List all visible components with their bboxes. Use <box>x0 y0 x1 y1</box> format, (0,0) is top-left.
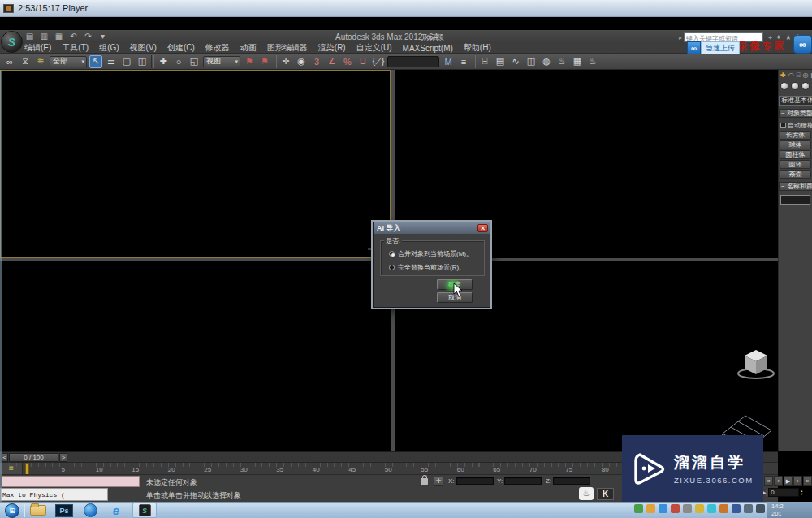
select-and-rotate-icon[interactable]: ○ <box>172 55 185 68</box>
tray-icon[interactable] <box>646 504 655 513</box>
snaps-use-center-icon[interactable]: ◉ <box>295 55 308 68</box>
menu-item[interactable]: 修改器 <box>205 42 230 54</box>
menu-item[interactable]: 编辑(E) <box>24 42 51 54</box>
object-name-field[interactable] <box>780 195 810 205</box>
toolbar-separator[interactable] <box>151 55 154 68</box>
time-slider-handle[interactable]: 0 / 100 <box>9 453 58 462</box>
time-slider-prev-arrow[interactable]: < <box>1 453 8 462</box>
bind-to-space-warp-icon[interactable]: ≋ <box>34 55 47 68</box>
tray-icon[interactable] <box>719 504 728 513</box>
menu-item[interactable]: MAXScript(M) <box>403 44 453 53</box>
menu-item[interactable]: 图形编辑器 <box>267 42 308 54</box>
quick-access-dropdown-icon[interactable]: ▾ <box>97 32 108 41</box>
viewport-top-left[interactable] <box>0 70 391 258</box>
save-file-icon[interactable]: ▦ <box>54 32 64 41</box>
name-color-rollout[interactable]: − 名称和颜色 <box>779 182 812 191</box>
tray-icon[interactable] <box>707 504 716 513</box>
tray-volume-icon[interactable] <box>756 504 765 513</box>
next-frame-button[interactable]: › <box>793 476 802 486</box>
schematic-view-icon[interactable]: ◫ <box>525 55 538 68</box>
dialog-close-button[interactable]: ✕ <box>477 224 488 232</box>
snaps-toggle-3d-icon[interactable]: 3 <box>310 55 323 68</box>
named-selection-sets-dropdown[interactable] <box>387 56 439 67</box>
primitive-button[interactable]: 球体 <box>780 140 811 149</box>
y-coordinate[interactable]: Y: <box>497 477 542 485</box>
player-titlebar[interactable]: 2:53/15:17 Player <box>0 0 812 17</box>
dialog-title[interactable]: AI 导入 <box>374 222 490 234</box>
taskbar-browser-button[interactable] <box>80 503 100 517</box>
window-crossing-toggle-icon[interactable]: ◫ <box>136 55 149 68</box>
selection-filter-dropdown[interactable]: 全部 <box>50 56 87 67</box>
render-setup-icon[interactable]: ♨ <box>555 55 568 68</box>
viewport-bottom-left[interactable] <box>0 261 391 451</box>
material-editor-icon[interactable]: ◍ <box>540 55 553 68</box>
menu-item[interactable]: 动画 <box>240 42 257 54</box>
open-file-icon[interactable]: ▥ <box>39 32 50 41</box>
radio-merge-objects[interactable]: 合并对象到当前场景(M)。 <box>389 249 473 258</box>
select-and-link-icon[interactable]: ∞ <box>3 55 16 68</box>
redo-icon[interactable]: ↷ <box>83 32 93 41</box>
search-flyout-icon[interactable]: ▸ <box>679 34 682 41</box>
select-and-scale-icon[interactable]: ◱ <box>188 55 201 68</box>
x-coordinate[interactable]: X: <box>448 477 494 485</box>
selection-lock-icon[interactable] <box>421 478 428 485</box>
spinner-arrows-icon[interactable]: ▲▼ <box>800 490 803 496</box>
viewcube[interactable] <box>736 343 778 382</box>
tray-icon[interactable] <box>634 504 643 513</box>
start-button[interactable]: ⊞ <box>5 503 19 518</box>
primitive-button[interactable]: 长方体 <box>780 131 811 140</box>
radio-replace-scene[interactable]: 完全替换当前场景(R)。 <box>389 263 465 272</box>
go-to-end-button[interactable]: » <box>803 476 812 486</box>
align-icon[interactable]: ≡ <box>457 55 470 68</box>
render-production-icon[interactable]: ♨ <box>586 55 599 68</box>
lights-category-icon[interactable] <box>801 82 810 90</box>
modify-tab-icon[interactable]: ◠ <box>788 71 794 80</box>
macro-recorder-field[interactable] <box>2 476 140 487</box>
menu-item[interactable]: 组(G) <box>99 42 119 54</box>
graphite-ribbon-icon[interactable]: ▤ <box>494 55 507 68</box>
current-frame-spinner[interactable]: ▶| 0 ▲▼ <box>762 488 803 497</box>
hierarchy-tab-icon[interactable]: ⌸ <box>797 71 801 80</box>
toolbar-separator[interactable] <box>473 55 476 68</box>
tray-icon[interactable] <box>695 504 704 513</box>
spinner-snap-toggle-icon[interactable]: ⊔ <box>356 55 369 68</box>
rendered-frame-window-icon[interactable]: ▦ <box>571 55 584 68</box>
menu-item[interactable]: 帮助(H) <box>464 42 491 54</box>
play-button[interactable]: ▶ <box>784 476 793 486</box>
application-button[interactable]: S <box>1 31 23 53</box>
primitive-button[interactable]: 圆柱体 <box>780 150 811 159</box>
primitives-dropdown[interactable]: 标准基本体 <box>779 96 812 106</box>
frame-number-field[interactable]: 0 <box>768 488 799 497</box>
angle-snap-toggle-icon[interactable]: ∠ <box>326 55 339 68</box>
previous-frame-button[interactable]: ‹ <box>774 476 783 486</box>
percent-snap-toggle-icon[interactable]: % <box>341 55 354 68</box>
toolbar-separator[interactable] <box>274 55 277 68</box>
tray-display-icon[interactable] <box>744 504 753 513</box>
primitive-button[interactable]: 茶壶 <box>780 170 811 179</box>
menu-item[interactable]: 渲染(R) <box>318 42 346 54</box>
create-tab-icon[interactable]: ✚ <box>780 71 786 80</box>
tray-icon[interactable] <box>671 504 680 513</box>
mirror-icon[interactable]: M <box>442 55 455 68</box>
z-coordinate[interactable]: Z: <box>546 477 590 485</box>
select-and-manipulate-icon[interactable]: ⚑ <box>258 55 271 68</box>
recorder-overlay-button[interactable]: ∞ <box>793 35 812 54</box>
new-file-icon[interactable]: ▤ <box>24 32 35 41</box>
absolute-mode-toggle-icon[interactable]: ✛ <box>434 477 443 486</box>
menu-item[interactable]: 视图(V) <box>130 42 157 54</box>
select-and-move-icon[interactable]: ✚ <box>157 55 170 68</box>
tray-icon[interactable] <box>659 504 667 513</box>
tray-icon[interactable] <box>683 504 692 513</box>
tray-icon-facebook[interactable] <box>732 504 741 513</box>
taskbar-3dsmax-button[interactable]: S <box>132 503 157 518</box>
taskbar-photoshop-button[interactable]: Ps <box>54 503 74 517</box>
reference-coordinate-dropdown[interactable]: 视图 <box>203 56 240 67</box>
select-object-icon[interactable]: ↖ <box>89 55 102 68</box>
taskbar-folder-button[interactable] <box>28 503 48 517</box>
taskbar-clock[interactable]: 14:2 201 <box>767 502 812 518</box>
set-key-button[interactable]: K <box>597 488 614 500</box>
undo-icon[interactable]: ↶ <box>68 32 79 41</box>
menu-item[interactable]: 自定义(U) <box>356 42 392 54</box>
go-to-start-button[interactable]: « <box>764 476 773 486</box>
primitive-button[interactable]: 圆环 <box>780 160 811 169</box>
